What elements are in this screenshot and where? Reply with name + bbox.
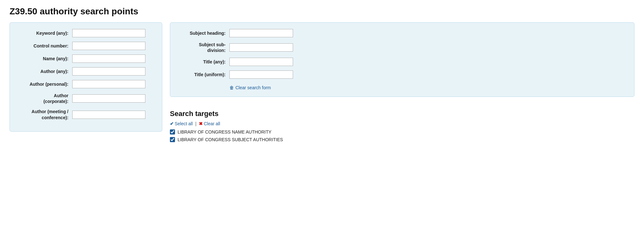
label-name-any: Name (any): — [18, 56, 68, 62]
input-name-any[interactable] — [72, 55, 145, 63]
checkmark-icon: ✔ — [170, 121, 174, 126]
divider: | — [195, 121, 197, 126]
input-title-uniform[interactable] — [229, 70, 293, 79]
label-author-personal: Author (personal): — [18, 81, 68, 87]
main-layout: Keyword (any):Control number:Name (any):… — [10, 22, 634, 145]
form-row-author-meeting: Author (meeting /conference): — [18, 109, 154, 120]
clear-all-link[interactable]: ✖ Clear all — [199, 121, 220, 126]
page-title: Z39.50 authority search points — [10, 6, 634, 17]
label-title-any: Title (any): — [178, 59, 226, 65]
form-row-control-number: Control number: — [18, 42, 154, 50]
right-column: Subject heading:Subject sub-division:Tit… — [170, 22, 634, 145]
checkbox-loc-subject[interactable] — [170, 137, 175, 142]
input-keyword-any[interactable] — [72, 29, 145, 37]
form-row-keyword-any: Keyword (any): — [18, 29, 154, 37]
search-targets-heading: Search targets — [170, 110, 634, 118]
input-control-number[interactable] — [72, 42, 145, 50]
input-author-personal[interactable] — [72, 80, 145, 88]
target-label-loc-subject: LIBRARY OF CONGRESS SUBJECT AUTHORITIES — [178, 137, 283, 142]
label-author-corporate: Author(corporate): — [18, 93, 68, 104]
form-row-subject-subdivision: Subject sub-division: — [178, 42, 626, 53]
target-label-loc-name: LIBRARY OF CONGRESS NAME AUTHORITY — [178, 129, 271, 135]
checkbox-loc-name[interactable] — [170, 129, 175, 135]
input-subject-subdivision[interactable] — [229, 43, 293, 52]
form-row-name-any: Name (any): — [18, 55, 154, 63]
right-panel: Subject heading:Subject sub-division:Tit… — [170, 22, 634, 97]
input-subject-heading[interactable] — [229, 29, 293, 37]
form-row-subject-heading: Subject heading: — [178, 29, 626, 37]
search-targets-section: Search targets ✔ Select all | ✖ Clear al… — [170, 110, 634, 145]
label-title-uniform: Title (uniform): — [178, 72, 226, 77]
input-title-any[interactable] — [229, 58, 293, 66]
form-row-author-any: Author (any): — [18, 67, 154, 76]
form-row-title-uniform: Title (uniform): — [178, 70, 626, 79]
label-subject-subdivision: Subject sub-division: — [178, 42, 226, 53]
label-keyword-any: Keyword (any): — [18, 30, 68, 36]
label-control-number: Control number: — [18, 43, 68, 49]
form-row-author-personal: Author (personal): — [18, 80, 154, 88]
select-clear-row: ✔ Select all | ✖ Clear all — [170, 121, 634, 126]
checkbox-row-loc-name: LIBRARY OF CONGRESS NAME AUTHORITY — [170, 129, 634, 135]
input-author-any[interactable] — [72, 67, 145, 76]
clear-search-row: 🗑 Clear search form — [178, 83, 626, 90]
clear-all-label: Clear all — [204, 121, 220, 126]
label-author-any: Author (any): — [18, 69, 68, 74]
input-author-meeting[interactable] — [72, 111, 145, 119]
clear-search-label: Clear search form — [235, 85, 271, 90]
form-row-author-corporate: Author(corporate): — [18, 93, 154, 104]
checkbox-row-loc-subject: LIBRARY OF CONGRESS SUBJECT AUTHORITIES — [170, 137, 634, 142]
select-all-label: Select all — [175, 121, 193, 126]
label-author-meeting: Author (meeting /conference): — [18, 109, 68, 120]
left-panel: Keyword (any):Control number:Name (any):… — [10, 22, 162, 132]
input-author-corporate[interactable] — [72, 94, 145, 103]
x-icon: ✖ — [199, 121, 203, 126]
clear-search-link[interactable]: 🗑 Clear search form — [229, 85, 271, 90]
label-subject-heading: Subject heading: — [178, 30, 226, 36]
form-row-title-any: Title (any): — [178, 58, 626, 66]
trash-icon: 🗑 — [229, 85, 234, 90]
select-all-link[interactable]: ✔ Select all — [170, 121, 193, 126]
